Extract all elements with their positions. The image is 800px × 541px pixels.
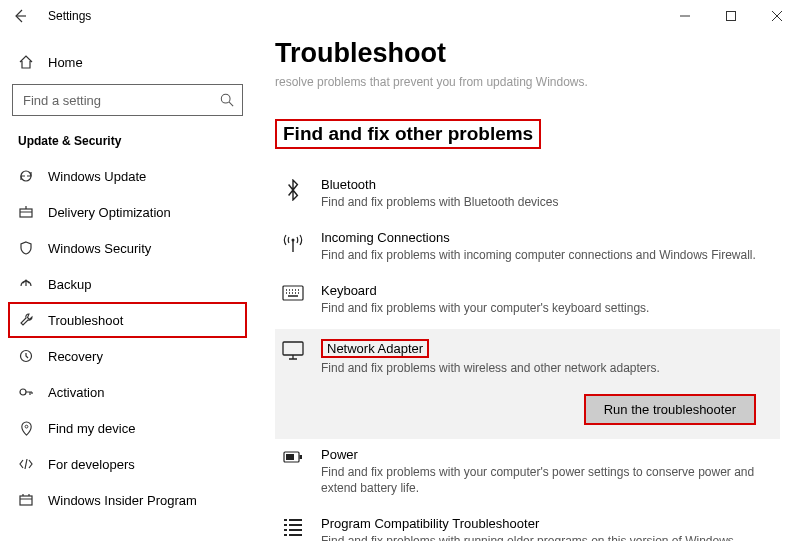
- search-input[interactable]: [13, 85, 242, 115]
- delivery-icon: [18, 204, 34, 220]
- monitor-icon: [281, 339, 305, 376]
- wrench-icon: [18, 312, 34, 328]
- power-icon: [281, 447, 305, 496]
- sidebar-item-label: For developers: [48, 457, 135, 472]
- minimize-button[interactable]: [662, 0, 708, 32]
- ts-title: Incoming Connections: [321, 230, 774, 245]
- ts-title: Keyboard: [321, 283, 774, 298]
- key-icon: [18, 384, 34, 400]
- list-icon: [281, 516, 305, 541]
- ts-title: Network Adapter: [321, 339, 429, 358]
- troubleshoot-item-power[interactable]: Power Find and fix problems with your co…: [275, 439, 780, 508]
- svg-rect-0: [727, 12, 736, 21]
- troubleshoot-item-keyboard[interactable]: Keyboard Find and fix problems with your…: [275, 275, 780, 328]
- home-label: Home: [48, 55, 83, 70]
- location-icon: [18, 420, 34, 436]
- search-icon: [220, 93, 234, 107]
- sidebar-item-for-developers[interactable]: For developers: [8, 446, 247, 482]
- sidebar-item-label: Recovery: [48, 349, 103, 364]
- troubleshoot-item-network-adapter[interactable]: Network Adapter Find and fix problems wi…: [275, 329, 780, 439]
- ts-desc: Find and fix problems with incoming comp…: [321, 247, 774, 263]
- titlebar: Settings: [0, 0, 800, 32]
- svg-point-1: [221, 94, 230, 103]
- ts-title: Program Compatibility Troubleshooter: [321, 516, 774, 531]
- sidebar-item-troubleshoot[interactable]: Troubleshoot: [8, 302, 247, 338]
- keyboard-icon: [281, 283, 305, 316]
- ts-desc: Find and fix problems with your computer…: [321, 300, 774, 316]
- backup-icon: [18, 276, 34, 292]
- home-nav[interactable]: Home: [8, 46, 247, 84]
- sidebar-item-delivery-optimization[interactable]: Delivery Optimization: [8, 194, 247, 230]
- troubleshoot-item-bluetooth[interactable]: Bluetooth Find and fix problems with Blu…: [275, 169, 780, 222]
- sidebar: Home Update & Security Windows Update De…: [0, 32, 255, 541]
- sidebar-item-backup[interactable]: Backup: [8, 266, 247, 302]
- sidebar-item-label: Delivery Optimization: [48, 205, 171, 220]
- sidebar-item-insider[interactable]: Windows Insider Program: [8, 482, 247, 518]
- recovery-icon: [18, 348, 34, 364]
- maximize-button[interactable]: [708, 0, 754, 32]
- ts-title: Power: [321, 447, 774, 462]
- sidebar-item-label: Activation: [48, 385, 104, 400]
- svg-rect-9: [283, 342, 303, 355]
- code-icon: [18, 456, 34, 472]
- sidebar-item-find-my-device[interactable]: Find my device: [8, 410, 247, 446]
- section-title: Find and fix other problems: [283, 123, 533, 145]
- section-title-highlight: Find and fix other problems: [275, 119, 541, 149]
- page-title: Troubleshoot: [275, 38, 780, 69]
- troubleshoot-item-incoming[interactable]: Incoming Connections Find and fix proble…: [275, 222, 780, 275]
- svg-rect-11: [300, 455, 303, 459]
- titlebar-left: Settings: [12, 8, 91, 24]
- svg-rect-12: [286, 454, 294, 460]
- run-troubleshooter-button[interactable]: Run the troubleshooter: [584, 394, 756, 425]
- window-title: Settings: [48, 9, 91, 23]
- antenna-icon: [281, 230, 305, 263]
- svg-point-4: [20, 389, 26, 395]
- ts-desc: Find and fix problems with your computer…: [321, 464, 774, 496]
- home-icon: [18, 54, 34, 70]
- troubleshoot-item-program-compat[interactable]: Program Compatibility Troubleshooter Fin…: [275, 508, 780, 541]
- sidebar-item-windows-update[interactable]: Windows Update: [8, 158, 247, 194]
- sidebar-item-label: Windows Update: [48, 169, 146, 184]
- insider-icon: [18, 492, 34, 508]
- close-button[interactable]: [754, 0, 800, 32]
- bluetooth-icon: [281, 177, 305, 210]
- svg-rect-2: [20, 209, 32, 217]
- sidebar-item-windows-security[interactable]: Windows Security: [8, 230, 247, 266]
- ts-title: Bluetooth: [321, 177, 774, 192]
- svg-rect-6: [20, 496, 32, 505]
- sidebar-item-label: Troubleshoot: [48, 313, 123, 328]
- faded-subtext: resolve problems that prevent you from u…: [275, 75, 780, 89]
- ts-desc: Find and fix problems with wireless and …: [321, 360, 770, 376]
- sync-icon: [18, 168, 34, 184]
- nav-group-header: Update & Security: [8, 130, 247, 158]
- sidebar-item-label: Find my device: [48, 421, 135, 436]
- sidebar-item-activation[interactable]: Activation: [8, 374, 247, 410]
- shield-icon: [18, 240, 34, 256]
- ts-desc: Find and fix problems with running older…: [321, 533, 774, 541]
- sidebar-item-label: Backup: [48, 277, 91, 292]
- window-controls: [662, 0, 800, 32]
- back-button[interactable]: [12, 8, 30, 24]
- ts-desc: Find and fix problems with Bluetooth dev…: [321, 194, 774, 210]
- sidebar-item-label: Windows Insider Program: [48, 493, 197, 508]
- search-box[interactable]: [12, 84, 243, 116]
- content-pane: Troubleshoot resolve problems that preve…: [255, 32, 800, 541]
- run-button-label: Run the troubleshooter: [604, 402, 736, 417]
- sidebar-item-label: Windows Security: [48, 241, 151, 256]
- sidebar-item-recovery[interactable]: Recovery: [8, 338, 247, 374]
- svg-point-5: [25, 425, 28, 428]
